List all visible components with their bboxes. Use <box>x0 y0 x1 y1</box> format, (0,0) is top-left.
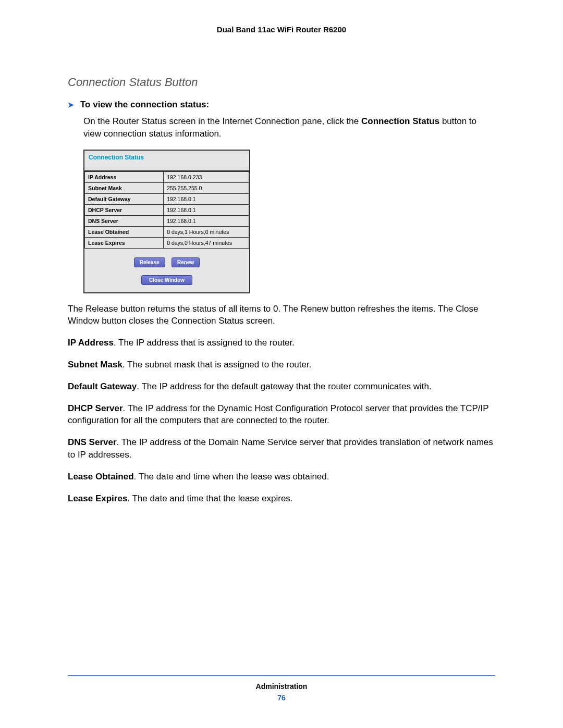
definition-paragraph: Subnet Mask. The subnet mask that is ass… <box>68 359 495 371</box>
def-term: IP Address <box>68 338 114 348</box>
intro-paragraph: On the Router Status screen in the Inter… <box>83 115 495 140</box>
step-label: To view the connection status: <box>80 100 209 110</box>
definition-paragraph: Lease Expires. The date and time that th… <box>68 492 495 505</box>
row-value: 192.168.0.1 <box>164 193 249 204</box>
release-button[interactable]: Release <box>134 257 165 267</box>
renew-button[interactable]: Renew <box>172 257 200 267</box>
row-value: 0 days,1 Hours,0 minutes <box>164 226 249 237</box>
connection-status-screenshot: Connection Status IP Address192.168.0.23… <box>83 150 250 293</box>
definition-paragraph: DHCP Server. The IP address for the Dyna… <box>68 402 495 427</box>
def-term: Subnet Mask <box>68 360 123 369</box>
row-value: 192.168.0.1 <box>164 215 249 226</box>
row-value: 0 days,0 Hours,47 minutes <box>164 237 249 248</box>
definition-paragraph: IP Address. The IP address that is assig… <box>68 337 495 349</box>
table-row: Lease Expires0 days,0 Hours,47 minutes <box>85 237 249 248</box>
row-label: Lease Expires <box>85 237 164 248</box>
def-term: Lease Expires <box>68 493 127 503</box>
def-term: DHCP Server <box>68 403 123 413</box>
connection-status-table: IP Address192.168.0.233 Subnet Mask255.2… <box>84 171 249 249</box>
page-footer: Administration 76 <box>68 675 495 702</box>
table-row: Subnet Mask255.255.255.0 <box>85 182 249 193</box>
def-desc: . The IP address for the Dynamic Host Co… <box>68 403 488 426</box>
table-row: IP Address192.168.0.233 <box>85 171 249 182</box>
close-window-button[interactable]: Close Window <box>141 275 192 285</box>
definition-paragraph: DNS Server. The IP address of the Domain… <box>68 436 495 461</box>
footer-section: Administration <box>68 682 495 690</box>
table-row: DNS Server192.168.0.1 <box>85 215 249 226</box>
step-line: ➤ To view the connection status: <box>68 100 495 110</box>
screenshot-title: Connection Status <box>84 151 249 171</box>
def-term: Lease Obtained <box>68 472 134 482</box>
button-row-top: Release Renew <box>84 249 249 273</box>
definition-paragraph: Lease Obtained. The date and time when t… <box>68 471 495 483</box>
row-value: 255.255.255.0 <box>164 182 249 193</box>
row-label: IP Address <box>85 171 164 182</box>
row-label: Default Gateway <box>85 193 164 204</box>
table-row: DHCP Server192.168.0.1 <box>85 204 249 215</box>
footer-page-number: 76 <box>68 694 495 702</box>
document-header: Dual Band 11ac WiFi Router R6200 <box>68 25 495 34</box>
chevron-right-icon: ➤ <box>68 101 74 108</box>
def-desc: . The subnet mask that is assigned to th… <box>123 360 312 369</box>
def-desc: . The date and time when the lease was o… <box>134 472 329 482</box>
row-label: Lease Obtained <box>85 226 164 237</box>
def-term: Default Gateway <box>68 381 137 391</box>
def-desc: . The IP address of the Domain Name Serv… <box>68 437 493 460</box>
button-row-bottom: Close Window <box>84 273 249 292</box>
def-desc: . The IP address for the default gateway… <box>137 381 431 391</box>
row-label: DNS Server <box>85 215 164 226</box>
def-desc: . The IP address that is assigned to the… <box>114 338 295 348</box>
def-desc: . The date and time that the lease expir… <box>127 493 292 503</box>
row-value: 192.168.0.1 <box>164 204 249 215</box>
row-label: Subnet Mask <box>85 182 164 193</box>
def-term: DNS Server <box>68 437 117 447</box>
row-value: 192.168.0.233 <box>164 171 249 182</box>
intro-prefix: On the Router Status screen in the Inter… <box>83 116 361 126</box>
intro-bold: Connection Status <box>361 116 439 126</box>
table-row: Lease Obtained0 days,1 Hours,0 minutes <box>85 226 249 237</box>
after-screenshot-paragraph: The Release button returns the status of… <box>68 303 495 328</box>
row-label: DHCP Server <box>85 204 164 215</box>
section-heading: Connection Status Button <box>68 76 495 89</box>
table-row: Default Gateway192.168.0.1 <box>85 193 249 204</box>
definition-paragraph: Default Gateway. The IP address for the … <box>68 380 495 393</box>
